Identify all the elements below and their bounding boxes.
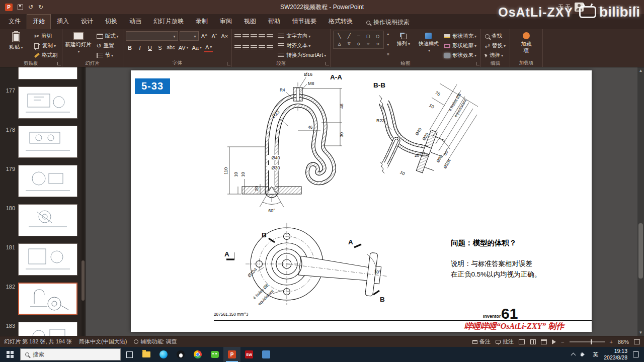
new-slide-button[interactable]: 新建幻灯片 [65,31,92,54]
close-button[interactable]: × [627,0,644,14]
gallery-more-icon[interactable]: ≡ [387,52,389,57]
grow-font-button[interactable]: A^ [200,31,209,41]
align-left-button[interactable] [234,45,241,51]
layout-button[interactable]: 版式 [95,32,120,41]
thumbnail-183[interactable]: 183 [0,319,85,336]
shape-option[interactable]: □ [363,32,373,40]
thumbnail-preview[interactable] [18,165,77,197]
shape-outline-button[interactable]: 形状轮廓 [443,41,478,50]
redo-icon[interactable]: ↻ [38,4,43,10]
clipboard-dialog-launcher[interactable] [57,62,61,65]
line-spacing-button[interactable] [267,34,273,40]
user-name[interactable]: 无 无 [558,4,571,11]
thumbnail-179[interactable]: 179 [0,162,85,201]
gallery-down-icon[interactable]: ▾ [387,42,389,47]
shape-fill-button[interactable]: 形状填充 [443,32,478,41]
bold-button[interactable]: B [126,43,134,52]
shape-option[interactable]: △ [335,40,344,47]
thumbnail-preview[interactable] [18,126,77,158]
italic-button[interactable]: I [136,43,144,52]
tab-file[interactable]: 文件 [3,15,26,29]
gallery-up-icon[interactable]: ▴ [387,32,389,36]
reading-view-button[interactable] [541,339,547,344]
normal-view-button[interactable] [519,339,525,344]
task-view-icon[interactable] [121,347,138,362]
scroll-up-icon[interactable]: ▲ [637,67,644,74]
format-painter-button[interactable]: 格式刷 [33,51,59,60]
tab-storyboard[interactable]: 情节提要 [287,15,322,29]
thumbnail-preview[interactable] [18,67,77,79]
slide-182[interactable]: 5-33 [131,70,592,332]
quick-styles-button[interactable]: 快速样式 [418,31,440,53]
change-case-button[interactable]: Aa [191,43,203,52]
thumbnail-182-selected[interactable]: 182 [0,280,85,319]
text-direction-button[interactable]: 文字方向 [276,32,328,41]
shape-option[interactable]: ─ [354,32,363,40]
minimize-button[interactable]: — [593,0,610,14]
tab-view[interactable]: 视图 [238,15,262,29]
tab-animations[interactable]: 动画 [124,15,147,29]
tab-insert[interactable]: 插入 [51,15,74,29]
zoom-out-button[interactable]: − [561,339,564,345]
restore-button[interactable]: □ [610,0,627,14]
shape-option[interactable]: ╲ [335,32,344,40]
clear-formatting-button[interactable]: A× [220,31,229,41]
tray-expand-icon[interactable] [571,353,576,358]
blue-tool-icon[interactable] [258,347,275,362]
numbering-button[interactable] [243,34,249,40]
columns-button[interactable] [267,45,273,51]
font-color-button[interactable]: A [204,44,213,52]
chrome-icon[interactable] [189,347,206,362]
drawing-dialog-launcher[interactable] [476,62,479,65]
wechat-icon[interactable] [206,347,223,362]
thumbnail-178[interactable]: 178 [0,123,85,162]
taskbar-search[interactable]: 搜索 [20,348,121,360]
reset-button[interactable]: ↺重置 [95,41,120,50]
slideshow-view-button[interactable] [552,339,556,344]
arrange-button[interactable]: 排列 [392,31,415,47]
clock[interactable]: 19:13 2023/8/28 [604,348,627,361]
file-explorer-icon[interactable] [138,347,155,362]
shape-option[interactable]: ╱ [344,32,354,40]
shape-option[interactable]: ↔ [373,40,382,47]
justify-button[interactable] [259,45,265,51]
thumbnail-177[interactable]: 177 [0,83,85,123]
text-shadow-button[interactable]: S [156,43,165,52]
thumbnail-preview[interactable] [18,322,77,336]
align-text-button[interactable]: 对齐文本 [276,41,328,50]
select-button[interactable]: 选择 [484,51,507,60]
slide-sorter-view-button[interactable] [530,339,536,344]
tab-help[interactable]: 帮助 [263,15,286,29]
notes-toggle[interactable]: 备注 [472,338,491,345]
tab-record[interactable]: 录制 [190,15,213,29]
undo-icon[interactable]: ↺ [28,4,33,10]
thumbnail-176-partial[interactable] [0,67,85,83]
paste-button[interactable]: 粘贴 [3,31,30,50]
thumbnail-preview[interactable] [18,204,77,236]
font-name-select[interactable] [126,31,178,41]
qq-icon[interactable] [172,347,189,362]
tab-slideshow[interactable]: 幻灯片放映 [148,15,189,29]
comments-toggle[interactable]: 批注 [496,338,514,345]
thumbnail-preview[interactable] [18,86,77,119]
shape-option[interactable]: ☆ [363,40,373,47]
canvas-scrollbar[interactable]: ▲ ▼ [637,67,644,336]
edge-icon[interactable] [155,347,172,362]
zoom-in-button[interactable]: + [610,339,613,345]
thumbnail-preview[interactable] [18,243,77,276]
accessibility-status[interactable]: 辅助功能: 调查 [134,338,177,345]
shape-option[interactable]: ○ [373,32,382,40]
tell-me-search[interactable]: 操作说明搜索 [366,18,410,27]
font-size-select[interactable] [180,31,199,41]
cut-button[interactable]: ✂剪切 [33,32,59,41]
increase-indent-button[interactable] [259,34,265,40]
thumbnail-scrollbar[interactable] [82,67,85,336]
strikethrough-button[interactable]: abc [166,43,176,52]
align-center-button[interactable] [243,45,249,51]
find-button[interactable]: 查找 [484,32,507,41]
volume-icon[interactable] [581,351,587,357]
zoom-slider[interactable] [570,341,605,342]
tab-design[interactable]: 设计 [75,15,99,29]
align-right-button[interactable] [251,45,257,51]
powerpoint-taskbar-icon[interactable]: P [223,347,240,362]
